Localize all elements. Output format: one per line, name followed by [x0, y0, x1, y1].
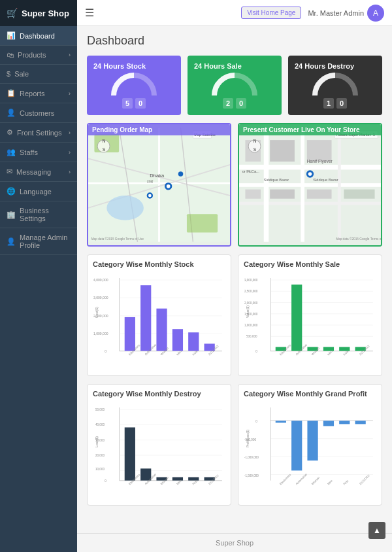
svg-point-7 [106, 196, 144, 220]
chart-card-monthly-stock: Category Wise Monthly Stock 4,000,000 3,… [87, 254, 231, 376]
svg-text:Cost($): Cost($) [95, 307, 99, 318]
main-content: ☰ Visit Home Page Mr. Master Admin A Das… [77, 0, 392, 552]
stat-val2-destroy: 0 [336, 98, 347, 109]
gauge-sale [212, 73, 257, 95]
svg-rect-136 [276, 421, 286, 423]
svg-text:-1,500,000: -1,500,000 [244, 474, 259, 477]
sidebar-item-products[interactable]: 🛍 Products › [0, 46, 77, 65]
chart-title-monthly-sale: Category Wise Monthly Sale [244, 260, 376, 268]
svg-text:1,000,000: 1,000,000 [244, 324, 258, 327]
svg-rect-31 [270, 140, 295, 162]
svg-rect-60 [125, 317, 135, 351]
user-name: Mr. Master Admin [308, 9, 364, 17]
scroll-top-button[interactable]: ▲ [368, 522, 385, 539]
map-placeholder-customer: Hanif Flyover Siddique Bazar Siddique Ba… [239, 124, 381, 245]
svg-text:Women: Women [311, 476, 321, 486]
svg-text:0: 0 [105, 349, 106, 353]
svg-text:Kids: Kids [342, 479, 349, 485]
svg-text:20,000: 20,000 [95, 454, 105, 457]
sidebar-item-label: Reports [20, 90, 45, 97]
svg-text:Dhaka: Dhaka [150, 173, 165, 179]
svg-rect-139 [323, 421, 334, 426]
svg-rect-64 [188, 332, 199, 351]
sidebar-item-customers[interactable]: 👤 Customers [0, 103, 77, 123]
svg-text:10,000: 10,000 [95, 468, 105, 471]
chart-title-monthly-destroy: Category Wise Monthly Destroy [93, 390, 225, 398]
svg-rect-9 [187, 214, 218, 232]
chart-area-monthly-destroy: 50,000 40,000 30,000 20,000 10,000 0 [93, 402, 225, 500]
svg-text:N: N [253, 139, 257, 143]
chevron-right-icon: › [69, 149, 71, 156]
sidebar-item-messaging[interactable]: ✉ Messaging › [0, 162, 77, 182]
sidebar-item-label: Language [20, 188, 52, 196]
chart-area-grand-profit: 0 -500,000 -1,000,000 -1,500,000 [244, 402, 376, 500]
sidebar-item-label: Front Settings [17, 129, 61, 137]
dashboard-icon: 📊 [7, 31, 16, 40]
footer-label: Super Shop [216, 539, 253, 547]
sidebar-item-business-settings[interactable]: 🏢 Business Settings [0, 201, 77, 228]
sidebar-item-front-settings[interactable]: ⚙ Front Settings › [0, 123, 77, 143]
chart-area-monthly-sale: 3,000,000 2,500,000 2,000,000 1,500,000 … [244, 272, 376, 370]
svg-point-13 [167, 184, 171, 188]
svg-rect-89 [291, 285, 302, 351]
sidebar-item-sale[interactable]: $ Sale [0, 65, 77, 84]
chevron-right-icon: › [69, 90, 71, 97]
svg-rect-117 [172, 477, 183, 481]
svg-text:S: S [103, 147, 106, 152]
sidebar-item-reports[interactable]: 📋 Reports › [0, 84, 77, 103]
map-title-customer: Present Customer Live On Your Store [239, 124, 381, 135]
svg-text:Loss($): Loss($) [95, 436, 99, 447]
sidebar-nav: 📊 Dashboard 🛍 Products › $ Sale 📋 Report… [0, 26, 77, 255]
user-info: Mr. Master Admin A [308, 5, 384, 22]
sidebar-item-language[interactable]: 🌐 Language [0, 182, 77, 201]
svg-text:Siddique Bazar: Siddique Bazar [264, 178, 289, 182]
svg-rect-28 [301, 128, 304, 242]
svg-rect-33 [245, 190, 261, 199]
topbar-right: Visit Home Page Mr. Master Admin A [241, 5, 384, 22]
svg-rect-35 [307, 190, 332, 199]
svg-text:3,000,000: 3,000,000 [244, 279, 258, 282]
svg-rect-62 [156, 309, 167, 351]
charts-row-2: Category Wise Monthly Destroy 50,000 40,… [87, 384, 382, 506]
svg-rect-137 [291, 421, 302, 470]
stat-nums-destroy: 1 0 [323, 98, 347, 109]
svg-point-42 [308, 172, 312, 176]
svg-rect-118 [188, 477, 199, 481]
svg-text:3,000,000: 3,000,000 [93, 296, 108, 300]
visit-home-button[interactable]: Visit Home Page [241, 7, 301, 19]
svg-text:Profit/Loss($): Profit/Loss($) [246, 429, 250, 447]
svg-rect-36 [344, 190, 374, 199]
reports-icon: 📋 [7, 89, 16, 97]
svg-text:N: N [103, 139, 106, 143]
topbar: ☰ Visit Home Page Mr. Master Admin A [77, 0, 392, 26]
svg-rect-63 [172, 329, 183, 351]
svg-rect-141 [355, 421, 366, 424]
stat-val1-sale: 2 [223, 98, 233, 109]
svg-text:0: 0 [255, 420, 257, 423]
hamburger-icon[interactable]: ☰ [85, 7, 94, 19]
svg-rect-61 [140, 285, 151, 351]
products-icon: 🛍 [7, 51, 14, 59]
sidebar-item-label: Business Settings [20, 207, 71, 222]
stat-title-sale: 24 Hours Sale [194, 62, 242, 70]
svg-text:-1,000,000: -1,000,000 [244, 456, 259, 459]
stat-val1-destroy: 1 [323, 98, 334, 109]
map-card-customer: Present Customer Live On Your Store [238, 123, 382, 247]
sidebar-item-manage-admin[interactable]: 👤 Manage Admin Profile [0, 228, 77, 255]
svg-rect-26 [239, 201, 381, 205]
chevron-right-icon: › [69, 52, 71, 58]
sidebar-item-staffs[interactable]: 👥 Staffs › [0, 143, 77, 162]
admin-icon: 👤 [7, 237, 16, 246]
stat-val1-stock: 5 [122, 98, 133, 109]
svg-text:S: S [253, 147, 257, 152]
maps-row: Pending Order Map [87, 123, 382, 247]
sidebar-item-dashboard[interactable]: 📊 Dashboard [0, 26, 77, 46]
map-card-pending: Pending Order Map [87, 123, 231, 247]
map-title-pending: Pending Order Map [88, 124, 230, 135]
stat-nums-sale: 2 0 [223, 98, 246, 109]
svg-text:2,000,000: 2,000,000 [244, 302, 258, 305]
sidebar-item-label: Messaging [16, 168, 51, 176]
chart-card-monthly-destroy: Category Wise Monthly Destroy 50,000 40,… [87, 384, 231, 506]
avatar: A [367, 5, 384, 22]
language-icon: 🌐 [7, 187, 16, 196]
